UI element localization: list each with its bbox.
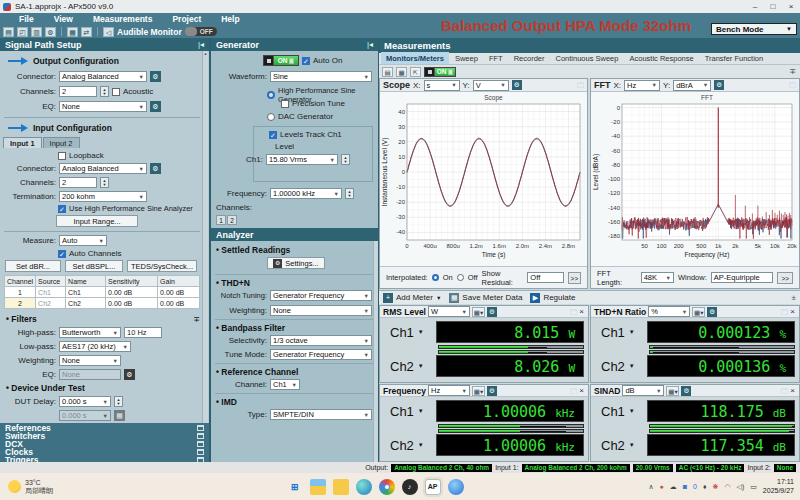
tray-cloud-icon[interactable]: ☁ (670, 483, 677, 491)
input-range-button[interactable]: Input Range... (56, 215, 138, 227)
save-meter-data-button[interactable]: ▦Save Meter Data (449, 293, 522, 303)
fft-settings-icon[interactable]: ⚙ (714, 80, 724, 90)
output-connector-select[interactable]: Analog Balanced▼ (59, 71, 147, 82)
edge-icon[interactable] (356, 479, 372, 495)
monitors-on-toggle[interactable]: ON (424, 67, 456, 77)
interpolated-on-radio[interactable] (432, 274, 439, 281)
bench-mode-button[interactable]: Bench Mode▼ (711, 23, 797, 35)
fft-y-select[interactable]: dBrA▼ (673, 80, 711, 91)
waveform-select[interactable]: Sine▼ (270, 71, 372, 82)
channel-selector[interactable]: Ch1 ▼ (384, 325, 436, 340)
tab-continuous-sweep[interactable]: Continuous Sweep (550, 52, 623, 64)
signal-route-icon[interactable]: ⇄ (81, 27, 92, 37)
menu-view[interactable]: View (45, 14, 82, 24)
fft-x-select[interactable]: Hz▼ (624, 80, 660, 91)
meter-close-icon[interactable]: × (579, 307, 584, 316)
loopback-checkbox[interactable] (58, 152, 66, 160)
set-dbspl-button[interactable]: Set dBSPL... (65, 260, 123, 272)
channel-selector[interactable]: Ch1 ▼ (595, 325, 647, 340)
fft-window-select[interactable]: AP-Equiripple (711, 272, 774, 283)
dock-icon[interactable]: |◂ (367, 40, 373, 49)
channel-selector[interactable]: Ch1 ▼ (384, 404, 436, 419)
audible-monitor-toggle[interactable]: OFF (185, 27, 217, 36)
tab-input-1[interactable]: Input 1 (3, 137, 42, 148)
set-dbr-button[interactable]: Set dBR... (5, 260, 61, 272)
meter-unit-select[interactable]: dB▼ (622, 385, 664, 396)
interpolated-off-radio[interactable] (457, 274, 464, 281)
tab-fft[interactable]: FFT (484, 52, 508, 64)
hp-sine-radio[interactable] (267, 91, 275, 99)
open-project-icon[interactable]: ◰ (17, 27, 28, 37)
ch1-level-spinner[interactable]: ▲▼ (341, 154, 350, 165)
levels-track-checkbox[interactable]: ✓ (269, 131, 277, 139)
folder-icon[interactable] (333, 479, 349, 495)
input-channels-input[interactable]: 2 (59, 177, 97, 188)
output-channels-input[interactable]: 2 (59, 86, 97, 97)
export-icon[interactable]: ⇱ (410, 67, 421, 77)
output-connector-settings-icon[interactable]: ⚙ (150, 71, 161, 82)
dut-delay-spinner[interactable]: ▲▼ (114, 396, 123, 407)
output-eq-settings-icon[interactable]: ⚙ (150, 101, 161, 112)
taskbar-clock[interactable]: 17:112025/9/27 (763, 478, 794, 495)
termination-select[interactable]: 200 kohm▼ (59, 191, 147, 202)
maximize-button[interactable]: □ (764, 1, 782, 13)
menu-help[interactable]: Help (212, 14, 248, 24)
selectivity-select[interactable]: 1/3 octave▼ (270, 335, 372, 346)
fft-more-button[interactable]: >> (777, 272, 793, 284)
meter-minmax-icon[interactable]: ▦▾ (472, 386, 485, 396)
tray-pin-icon[interactable]: ♦ (703, 483, 707, 490)
report-icon[interactable]: ▥ (31, 27, 42, 37)
low-pass-select[interactable]: AES17 (20 kHz)▼ (59, 341, 131, 352)
meter-minmax-icon[interactable]: ▦▾ (666, 386, 679, 396)
dock-icon[interactable]: |◂ (198, 40, 204, 49)
input-connector-select[interactable]: Analog Balanced▼ (59, 163, 147, 174)
gen-frequency-spinner[interactable]: ▲▼ (345, 188, 354, 199)
close-button[interactable]: × (782, 1, 800, 13)
tab-monitors-meters[interactable]: Monitors/Meters (381, 52, 449, 64)
tray-app-icon[interactable]: ● (660, 483, 664, 490)
auto-on-checkbox[interactable]: ✓ (302, 57, 310, 65)
scope-x-select[interactable]: s▼ (424, 80, 460, 91)
meter-minmax-icon[interactable]: ▦▾ (692, 307, 705, 317)
meter-view-icon[interactable]: ▦ (67, 27, 78, 37)
scope-settings-icon[interactable]: ⚙ (512, 80, 522, 90)
imd-type-select[interactable]: SMPTE/DIN▼ (270, 409, 372, 420)
analyzer-scrollbar[interactable] (373, 241, 378, 462)
generator-on-toggle[interactable]: ON (263, 55, 299, 66)
meter-settings-icon[interactable]: ⚙ (487, 386, 497, 396)
scope-popout-icon[interactable] (577, 82, 584, 88)
high-pass-freq-input[interactable]: 10 Hz (124, 327, 162, 338)
weighting-select[interactable]: None▼ (59, 355, 121, 366)
tab-recorder[interactable]: Recorder (509, 52, 550, 64)
channel-selector[interactable]: Ch2 ▼ (595, 438, 647, 453)
settings-icon[interactable]: ⚙ (45, 27, 56, 37)
gen-channel-1-button[interactable]: 1 (216, 215, 226, 225)
meter-unit-select[interactable]: W▼ (428, 306, 470, 317)
channel-row-2[interactable]: 2 Ch2 Ch2 0.00 dB 0.00 dB (5, 298, 200, 309)
analyzer-weighting-select[interactable]: None▼ (270, 305, 372, 316)
filters-pin-icon[interactable]: ∓ (193, 315, 200, 324)
volume-icon[interactable]: ◁) (737, 483, 745, 491)
left-panel-scrollbar[interactable]: ▲ (202, 51, 208, 423)
show-residual-select[interactable]: Off (527, 272, 563, 283)
menu-project[interactable]: Project (163, 14, 210, 24)
battery-icon[interactable]: ▭ (750, 483, 757, 491)
meter-close-icon[interactable]: × (790, 386, 795, 395)
meter-settings-icon[interactable]: ⚙ (681, 386, 691, 396)
save-icon[interactable]: ▤ (382, 67, 393, 77)
regulate-button[interactable]: ▶Regulate (530, 293, 575, 303)
auto-channels-checkbox[interactable]: ✓ (58, 250, 66, 258)
tray-zero-icon[interactable]: 0 (693, 483, 697, 490)
ch1-level-select[interactable]: 15.80 Vrms▼ (266, 154, 338, 165)
fft-length-select[interactable]: 48K▼ (641, 272, 674, 283)
new-project-icon[interactable]: ▤ (3, 27, 14, 37)
output-channels-spinner[interactable]: ▲▼ (100, 86, 109, 97)
browser-icon[interactable] (448, 479, 464, 495)
tab-input-2[interactable]: Input 2 (43, 137, 80, 148)
scope-more-button[interactable]: >> (568, 272, 581, 284)
generator-header[interactable]: Generator|◂ (211, 38, 378, 51)
input-connector-settings-icon[interactable]: ⚙ (150, 163, 161, 174)
scope-y-select[interactable]: V▼ (473, 80, 509, 91)
menu-measurements[interactable]: Measurements (84, 14, 162, 24)
grid-icon[interactable]: ▦ (396, 67, 407, 77)
